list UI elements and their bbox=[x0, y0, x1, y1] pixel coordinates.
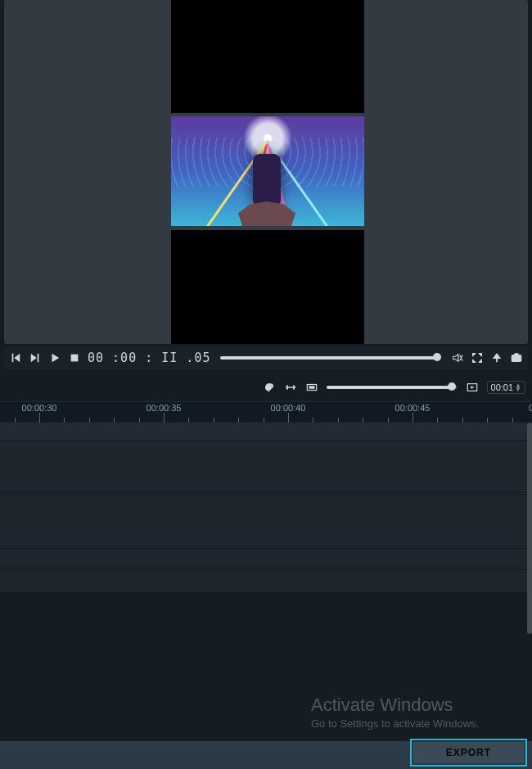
video-track-2[interactable] bbox=[0, 495, 527, 547]
playback-bar: 00 :00 : II .05 bbox=[4, 346, 528, 369]
preview-slot-middle bbox=[171, 116, 364, 226]
timecode-display: 00 :00 : II .05 bbox=[88, 351, 210, 365]
preview-slot-top bbox=[171, 0, 364, 113]
zoom-to-fit-icon[interactable] bbox=[305, 381, 318, 394]
duration-stepper[interactable]: 00:01 ▲▼ bbox=[487, 381, 525, 394]
timeline-ruler[interactable]: 00:00:3000:00:3500:00:4000:00:4500 bbox=[0, 401, 532, 423]
prev-frame-button[interactable] bbox=[9, 351, 22, 364]
preview-figure bbox=[253, 154, 281, 206]
svg-point-2 bbox=[515, 356, 518, 360]
play-button[interactable] bbox=[48, 351, 61, 364]
fullscreen-icon[interactable] bbox=[471, 351, 484, 364]
undo-icon[interactable] bbox=[263, 381, 276, 394]
audio-track-2[interactable] bbox=[0, 570, 527, 593]
ruler-label: 00:00:40 bbox=[271, 403, 306, 413]
activate-windows-title: Activate Windows bbox=[311, 694, 453, 716]
fit-icon[interactable] bbox=[284, 381, 297, 394]
seek-slider[interactable] bbox=[220, 356, 441, 360]
mute-icon[interactable] bbox=[451, 351, 464, 364]
svg-rect-0 bbox=[71, 355, 79, 362]
preview-panel bbox=[4, 0, 528, 344]
export-button[interactable]: EXPORT bbox=[413, 742, 524, 763]
video-track-1[interactable] bbox=[0, 441, 527, 493]
ruler-label: 00 bbox=[529, 403, 532, 413]
next-frame-button[interactable] bbox=[29, 351, 42, 364]
activate-windows-sub: Go to Settings to activate Windows. bbox=[311, 717, 479, 730]
timeline-toolbar: 00:01 ▲▼ bbox=[0, 377, 532, 398]
preview-mode-icon[interactable] bbox=[466, 381, 479, 394]
marker-icon[interactable] bbox=[490, 351, 503, 364]
svg-rect-4 bbox=[309, 386, 314, 389]
zoom-slider[interactable] bbox=[327, 386, 458, 389]
track-gap-1 bbox=[0, 423, 527, 441]
duration-spinner[interactable]: ▲▼ bbox=[515, 383, 521, 391]
audio-track-1[interactable] bbox=[0, 549, 527, 568]
snapshot-icon[interactable] bbox=[510, 351, 523, 364]
ruler-label: 00:00:35 bbox=[147, 403, 182, 413]
duration-value: 00:01 bbox=[491, 382, 514, 392]
timeline-vscroll[interactable] bbox=[527, 423, 532, 634]
stop-button[interactable] bbox=[68, 351, 81, 364]
ruler-label: 00:00:30 bbox=[22, 403, 57, 413]
ruler-label: 00:00:45 bbox=[395, 403, 431, 413]
preview-slot-bottom bbox=[171, 230, 364, 344]
export-focus-ring: EXPORT bbox=[410, 739, 527, 767]
